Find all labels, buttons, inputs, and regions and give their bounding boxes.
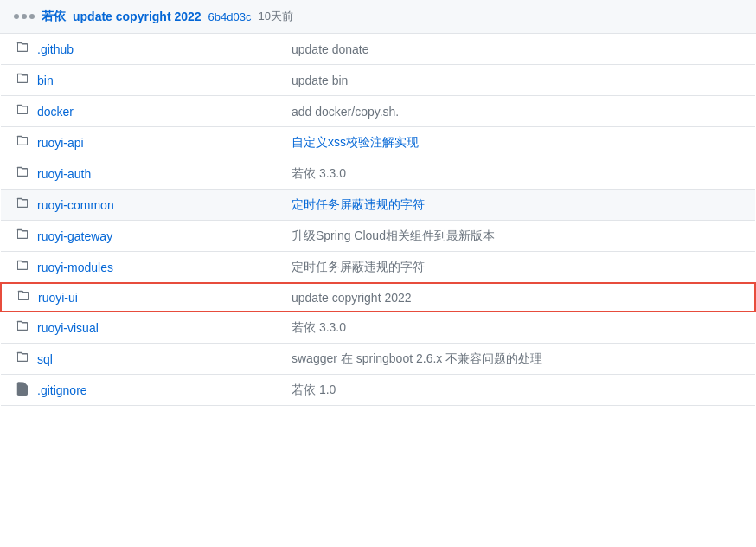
folder-icon [15, 351, 30, 367]
folder-icon [15, 41, 30, 57]
commit-message-text: update copyright 2022 [292, 291, 412, 305]
table-row: .gitignore若依 1.0 [1, 375, 755, 406]
commit-message-text: 定时任务屏蔽违规的字符 [292, 260, 425, 274]
commit-message-cell: 自定义xss校验注解实现 [278, 127, 755, 158]
commit-message-cell: 定时任务屏蔽违规的字符 [278, 190, 755, 221]
table-row: ruoyi-uiupdate copyright 2022 [1, 283, 755, 312]
commit-message-cell: 升级Spring Cloud相关组件到最新版本 [278, 221, 755, 252]
commit-message-cell: 若依 1.0 [278, 375, 755, 406]
folder-icon [16, 289, 31, 306]
commit-message-cell: swagger 在 springboot 2.6.x 不兼容问题的处理 [278, 344, 755, 375]
file-name-cell: bin [1, 65, 278, 96]
file-name-cell: ruoyi-ui [1, 283, 278, 312]
file-name-cell: ruoyi-visual [1, 312, 278, 344]
file-name-cell: sql [1, 344, 278, 375]
dots-icon [14, 14, 35, 19]
table-row: ruoyi-api自定义xss校验注解实现 [1, 127, 755, 158]
file-name-cell: .gitignore [1, 375, 278, 406]
commit-message-cell: update bin [278, 65, 755, 96]
table-row: ruoyi-gateway升级Spring Cloud相关组件到最新版本 [1, 221, 755, 252]
file-link[interactable]: .gitignore [37, 383, 87, 397]
table-row: dockeradd docker/copy.sh. [1, 96, 755, 127]
folder-icon [15, 228, 30, 244]
commit-author[interactable]: 若依 [42, 9, 66, 24]
table-row: binupdate bin [1, 65, 755, 96]
commit-message-cell: 若依 3.3.0 [278, 312, 755, 344]
folder-icon [15, 165, 30, 182]
file-name-cell: ruoyi-gateway [1, 221, 278, 252]
commit-message-text: 定时任务屏蔽违规的字符 [292, 197, 425, 211]
table-row: ruoyi-visual若依 3.3.0 [1, 312, 755, 344]
file-link[interactable]: ruoyi-modules [37, 261, 113, 274]
commit-message-text: 若依 3.3.0 [292, 166, 346, 180]
file-name-cell: docker [1, 96, 278, 127]
commit-message-text: update bin [292, 74, 348, 87]
file-link[interactable]: ruoyi-auth [37, 167, 91, 181]
table-row: sqlswagger 在 springboot 2.6.x 不兼容问题的处理 [1, 344, 755, 375]
table-row: ruoyi-auth若依 3.3.0 [1, 158, 755, 190]
file-link[interactable]: .github [37, 42, 74, 56]
commit-message-text: 若依 1.0 [292, 383, 336, 396]
folder-icon [15, 72, 30, 88]
commit-message-cell: 若依 3.3.0 [278, 158, 755, 190]
folder-icon [15, 103, 30, 119]
file-link[interactable]: docker [37, 105, 74, 119]
file-link[interactable]: ruoyi-gateway [37, 229, 112, 243]
file-link[interactable]: sql [37, 352, 53, 366]
table-row: .githubupdate donate [1, 34, 755, 65]
commit-time: 10天前 [258, 9, 292, 24]
repository-browser: 若依 update copyright 2022 6b4d03c 10天前 .g… [0, 0, 756, 547]
folder-icon [15, 134, 30, 151]
commit-message-cell: 定时任务屏蔽违规的字符 [278, 252, 755, 284]
commit-message-text: 若依 3.3.0 [292, 320, 346, 334]
file-link[interactable]: ruoyi-ui [38, 291, 78, 305]
folder-icon [15, 196, 30, 213]
folder-icon [15, 259, 30, 275]
file-link[interactable]: ruoyi-visual [37, 321, 99, 335]
file-list-table: .githubupdate donate binupdate bin docke… [0, 34, 756, 406]
commit-message-text: 自定义xss校验注解实现 [292, 135, 419, 149]
file-name-cell: ruoyi-modules [1, 252, 278, 284]
commit-message-cell: add docker/copy.sh. [278, 96, 755, 127]
commit-message[interactable]: update copyright 2022 [73, 10, 202, 23]
commit-message-cell: update copyright 2022 [278, 283, 755, 312]
commit-message-text: 升级Spring Cloud相关组件到最新版本 [292, 228, 495, 242]
file-icon [15, 382, 30, 398]
commit-message-text: update donate [292, 42, 369, 56]
file-name-cell: .github [1, 34, 278, 65]
file-link[interactable]: ruoyi-common [37, 198, 114, 212]
folder-icon [15, 319, 30, 336]
file-link[interactable]: bin [37, 74, 54, 87]
file-name-cell: ruoyi-auth [1, 158, 278, 190]
commit-message-text: swagger 在 springboot 2.6.x 不兼容问题的处理 [292, 351, 542, 365]
commit-message-cell: update donate [278, 34, 755, 65]
file-link[interactable]: ruoyi-api [37, 136, 84, 150]
latest-commit-header: 若依 update copyright 2022 6b4d03c 10天前 [0, 0, 756, 34]
commit-message-text: add docker/copy.sh. [292, 105, 399, 119]
file-name-cell: ruoyi-common [1, 190, 278, 221]
table-row: ruoyi-modules定时任务屏蔽违规的字符 [1, 252, 755, 284]
commit-sha[interactable]: 6b4d03c [208, 10, 252, 23]
table-row: ruoyi-common定时任务屏蔽违规的字符 [1, 190, 755, 221]
file-name-cell: ruoyi-api [1, 127, 278, 158]
